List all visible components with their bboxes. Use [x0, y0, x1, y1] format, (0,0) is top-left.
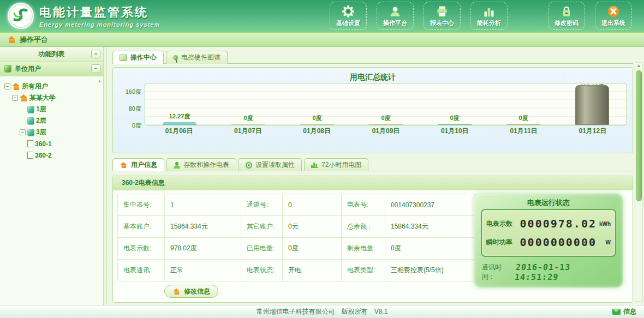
nav-energy-analysis[interactable]: 能耗分析: [470, 2, 508, 30]
chart-bar-group: 0度: [283, 83, 351, 125]
bar-value-label: 0度: [420, 114, 489, 122]
tab-read-properties[interactable]: 设置读取属性: [238, 158, 302, 171]
table-row: 电表通讯: 正常 电表状态: 开电 电表类型: 三相费控表(5/5倍): [118, 260, 475, 281]
status-panel-title: 电表运行状态: [481, 198, 616, 209]
user-tree: − 所有用户 − 某某大学 1层 2层: [0, 76, 103, 305]
comm-time-value: 2016-01-13 14:51:29: [515, 262, 616, 282]
chart-bar: [575, 85, 609, 125]
chart-bar-group: 0度: [489, 83, 558, 125]
panel-collapse-button[interactable]: −: [91, 64, 100, 73]
tab-store-operate-meter[interactable]: 存数和操作电表: [166, 158, 236, 171]
lock-icon: [560, 5, 573, 18]
main-tabbar: 操作中心 电控硬件图谱: [112, 50, 633, 64]
tree-item-floor-1[interactable]: 1层: [20, 104, 102, 115]
tree-item-floor-3[interactable]: − 3层: [20, 127, 102, 138]
scrollbar-thumb[interactable]: [636, 70, 642, 201]
tab-hardware-map[interactable]: 电控硬件图谱: [166, 51, 228, 64]
page-title: 操作平台: [20, 35, 48, 45]
target-icon: [246, 162, 252, 169]
gear-icon: [342, 5, 355, 18]
bar-value-label: 0度: [283, 114, 351, 122]
collapse-expander-icon[interactable]: −: [20, 129, 26, 135]
main-content: 操作中心 电控硬件图谱 用电汇总统计 160度 80度 0度: [107, 47, 644, 305]
breadcrumb: 操作平台: [0, 33, 644, 47]
bar-value-label: 12.27度: [145, 112, 214, 121]
scroll-up-arrow[interactable]: ▲: [635, 63, 642, 69]
meter-icon: [27, 140, 33, 147]
chart-y-axis: 160度 80度 0度: [118, 83, 145, 125]
chart-bar-group: 12.27度: [145, 83, 214, 125]
main-vertical-scrollbar[interactable]: ▲: [635, 62, 643, 302]
sidebar-panel-unit-users[interactable]: 单位用户 −: [0, 62, 103, 76]
table-row: 集中器号: 1 通道号: 0 电表号: 001407300237: [118, 194, 475, 216]
nav-basic-settings[interactable]: 基础设置: [330, 2, 367, 30]
exit-icon: [607, 5, 620, 18]
chart-x-axis: 01月06日 01月07日 01月08日 01月09日 01月10日 01月11…: [145, 125, 627, 136]
logo-icon: [8, 3, 34, 29]
meter-info-table: 集中器号: 1 通道号: 0 电表号: 001407300237 基本账户: 1…: [117, 194, 475, 281]
comm-time-row: 通讯时间： 2016-01-13 14:51:29: [481, 262, 616, 282]
nav-report-center[interactable]: 报表中心: [424, 2, 461, 30]
chart-bar-group: 0度: [420, 83, 489, 125]
tree-item-university[interactable]: − 某某大学: [12, 92, 102, 104]
nav-change-password[interactable]: 修改密码: [548, 2, 585, 30]
meter-group-icon: [27, 129, 34, 136]
app-footer: 常州瑞信电子科技有限公司 版权所有 V8.1 信息: [0, 305, 644, 318]
chart-bar: [369, 124, 403, 125]
pushpin-icon: [172, 55, 179, 61]
tree-item-floor-2[interactable]: 2层: [20, 115, 102, 127]
tree-item-meter-360-1[interactable]: 360-1: [27, 138, 102, 149]
instant-power-value: 0000000000: [518, 236, 597, 249]
tab-user-info[interactable]: 用户信息: [112, 158, 164, 171]
footer-info-button[interactable]: 信息: [612, 307, 636, 316]
meter-status-panel: 电表运行状态 电表示数 0000978.02 kWh 瞬时功率 00000000…: [474, 194, 623, 287]
table-row: 电表示数: 978.02度 已用电量: 0度 剩余电量: 0度: [118, 238, 475, 260]
person-icon: [174, 162, 180, 169]
tree-item-all-users[interactable]: − 所有用户: [4, 81, 102, 92]
sidebar: 功能列表 « 单位用户 − − 所有用户 − 某某大学: [0, 47, 104, 305]
detail-tabbar: 用户信息 存数和操作电表 设置读取属性 72小时用电图: [112, 158, 633, 171]
meter-info-panel: 360-2电表信息 集中器号: 1 通道号: 0 电表号: 0014073002…: [112, 176, 633, 303]
meter-info-title: 360-2电表信息: [113, 176, 633, 190]
printer-icon: [436, 5, 449, 18]
lcd-power-row: 瞬时功率 0000000000 W: [486, 233, 611, 251]
chart-bar: [506, 124, 540, 125]
app-title: 电能计量监管系统: [39, 4, 160, 21]
chart-plot-area: 12.27度 0度 0度 0度: [145, 83, 627, 125]
house-icon: [12, 83, 20, 90]
house-icon: [20, 94, 28, 101]
user-icon: [389, 5, 402, 18]
chart-title: 用电汇总统计: [118, 71, 627, 83]
meter-reading-value: 0000978.02: [518, 217, 597, 230]
collapse-expander-icon[interactable]: −: [12, 95, 18, 101]
book-icon: [4, 65, 11, 73]
house-icon: [120, 162, 127, 168]
sidebar-header: 功能列表 «: [0, 47, 103, 62]
chart-bar-group: 193.25度: [558, 83, 627, 125]
chart-bar: [163, 122, 196, 125]
collapse-expander-icon[interactable]: −: [4, 83, 10, 89]
home-icon: [8, 36, 16, 43]
edit-info-button[interactable]: 修改信息: [164, 285, 218, 298]
chart-bar: [300, 124, 334, 125]
tab-72h-usage[interactable]: 72小时用电图: [304, 158, 368, 171]
tree-item-meter-360-2[interactable]: 360-2: [27, 149, 102, 161]
tree-scrollbar[interactable]: ▲: [96, 76, 103, 305]
copyright-text: 常州瑞信电子科技有限公司 版权所有 V8.1: [0, 307, 644, 316]
chart-bar: [438, 124, 472, 125]
tab-operation-center[interactable]: 操作中心: [112, 51, 164, 64]
mini-chart-icon: [311, 162, 318, 168]
bar-value-label: 0度: [351, 114, 420, 122]
sidebar-collapse-button[interactable]: «: [91, 50, 100, 58]
meter-group-icon: [27, 106, 34, 113]
mail-icon: [612, 309, 621, 315]
nav-operation-platform[interactable]: 操作平台: [377, 2, 414, 30]
bar-value-label: 0度: [489, 114, 558, 122]
usage-chart-panel: 用电汇总统计 160度 80度 0度 12.27度 0度: [112, 67, 633, 153]
nav-exit-system[interactable]: 退出系统: [595, 2, 632, 30]
meter-group-icon: [27, 117, 34, 125]
app-window: 电能计量监管系统 Energy metering monitoring syst…: [0, 0, 644, 318]
chart-bar-group: 0度: [351, 83, 420, 125]
picture-icon: [120, 55, 127, 61]
top-nav: 基础设置 操作平台 报表中心: [330, 2, 632, 30]
